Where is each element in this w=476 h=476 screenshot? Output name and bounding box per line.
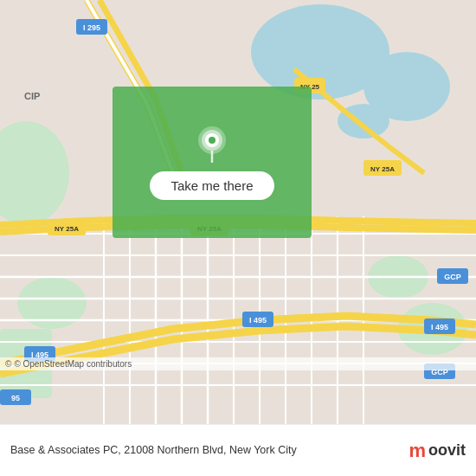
copyright-text: © OpenStreetMap contributors [14,359,132,369]
svg-text:NY 25A: NY 25A [370,165,395,173]
moovit-wordmark: oovit [428,441,466,460]
copyright-symbol: © [5,359,11,369]
svg-text:I 295: I 295 [83,23,100,32]
svg-point-54 [209,137,215,144]
svg-text:95: 95 [11,394,20,402]
svg-text:CIP: CIP [24,91,40,101]
moovit-logo: m oovit [408,440,466,462]
moovit-m-letter: m [408,440,426,462]
map-container: I 295 NY 25A NY 25A NY 25A I 495 I 495 I… [0,0,476,424]
bottom-bar: Base & Associates PC, 21008 Northern Blv… [0,424,476,476]
take-me-there-button[interactable]: Take me there [150,171,273,200]
svg-text:NY 25A: NY 25A [55,225,79,233]
location-pin [193,125,231,163]
location-overlay: Take me there [113,87,312,238]
address-text: Base & Associates PC, 21008 Northern Blv… [10,443,408,457]
svg-text:I 495: I 495 [431,323,448,331]
svg-text:I 495: I 495 [249,316,267,325]
svg-text:GCP: GCP [444,273,461,281]
copyright-bar: © © OpenStreetMap contributors [0,357,476,370]
